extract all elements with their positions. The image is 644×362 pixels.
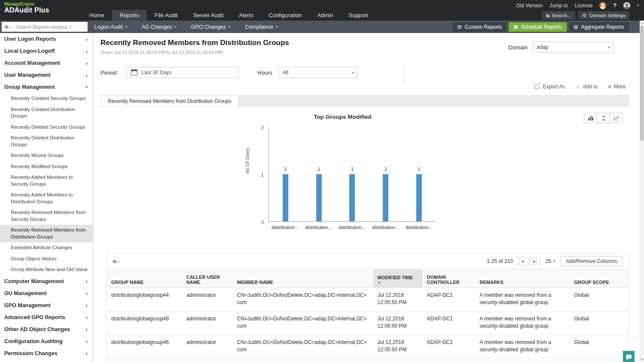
column-header-label: DOMAIN CONTROLLER bbox=[427, 275, 471, 285]
tab-recently-removed-members-from-distribution-groups[interactable]: Recently Removed Members from Distributi… bbox=[101, 96, 239, 106]
sidebar-item-user-management[interactable]: User Management› bbox=[0, 69, 93, 81]
sidebar-item-label: Advanced GPO Reports bbox=[4, 314, 65, 320]
user-avatar[interactable] bbox=[623, 2, 630, 9]
column-header-modified-time[interactable]: MODIFIED TIME▼ bbox=[373, 269, 422, 287]
menu-compliance[interactable]: Compliance▾ bbox=[245, 24, 277, 30]
utility-link-license[interactable]: License bbox=[575, 3, 592, 9]
caret-down-icon: ▾ bbox=[85, 85, 88, 89]
table-header-row: GROUP NAMECALLER USER NAMEMEMBER NAMEMOD… bbox=[107, 269, 629, 288]
chart-type-line-button[interactable] bbox=[610, 113, 623, 123]
sidebar-item-recently-deleted-security-groups[interactable]: Recently Deleted Security Groups bbox=[0, 122, 93, 133]
table-row: distributionglobalgroup44administratorCN… bbox=[107, 288, 629, 311]
column-header-caller-user-name[interactable]: CALLER USER NAME bbox=[182, 269, 233, 287]
sidebar-item-advanced-gpo-reports[interactable]: Advanced GPO Reports› bbox=[0, 311, 93, 323]
column-header-label: GROUP SCOPE bbox=[574, 280, 625, 285]
nav-item-server-audit[interactable]: Server Audit bbox=[185, 10, 231, 21]
sidebar-item-recently-created-distribution-groups[interactable]: Recently Created Distribution Groups bbox=[0, 104, 93, 122]
sidebar-item-other-ad-object-changes[interactable]: Other AD Object Changes› bbox=[0, 323, 93, 335]
report-table-panel: ▾ 1-25 of 210 ▶ ▶| 25 ▾ Add/Remove Colum… bbox=[106, 253, 629, 362]
report-search-input[interactable] bbox=[14, 24, 88, 30]
column-header-domain-controller[interactable]: DOMAIN CONTROLLER bbox=[422, 269, 475, 287]
cell-remarks: A member was removed from a security-dis… bbox=[475, 311, 570, 335]
page-size-select[interactable]: 25 ▾ bbox=[546, 258, 555, 264]
chart-y-ticks: 012 bbox=[252, 127, 265, 222]
domain-settings-button[interactable]: ⚙ Domain Settings bbox=[578, 11, 629, 20]
hours-select[interactable]: All ▾ bbox=[278, 67, 358, 78]
sidebar-item-computer-management[interactable]: Computer Management› bbox=[0, 275, 93, 287]
utility-link-old-version[interactable]: Old Version bbox=[516, 3, 543, 9]
column-header-label: GROUP NAME bbox=[111, 280, 178, 285]
sidebar-item-label: Configuration Auditing bbox=[4, 338, 63, 344]
chat-button[interactable] bbox=[623, 351, 635, 362]
domain-select-value: adap bbox=[537, 44, 548, 50]
community-icon[interactable] bbox=[599, 2, 606, 9]
filter-row: Period Last 30 Days Hours All ▾ bbox=[100, 67, 358, 78]
table-search-icon[interactable]: ▾ bbox=[113, 260, 119, 263]
caret-down-icon: ▾ bbox=[117, 260, 119, 263]
sidebar-item-permission-changes[interactable]: Permission Changes› bbox=[0, 347, 93, 359]
scroll-down-arrow[interactable]: ▼ bbox=[640, 357, 644, 362]
sidebar-item-gpo-management[interactable]: GPO Management› bbox=[0, 299, 93, 311]
nav-item-alerts[interactable]: Alerts bbox=[231, 10, 261, 21]
report-search-box: ▾ bbox=[2, 22, 88, 32]
export-as-button[interactable]: Export As bbox=[535, 84, 565, 90]
sidebar-item-user-logon-reports[interactable]: User Logon Reports› bbox=[0, 33, 93, 45]
chart-type-bar-button[interactable] bbox=[584, 113, 597, 123]
column-header-group-scope[interactable]: GROUP SCOPE bbox=[570, 269, 629, 287]
sidebar-item-group-object-history[interactable]: Group Object History bbox=[0, 253, 93, 265]
schedule-reports-button[interactable]: ▦Schedule Reports bbox=[509, 22, 567, 32]
sidebar-item-recently-modified-groups[interactable]: Recently Modified Groups bbox=[0, 161, 93, 172]
column-header-remarks[interactable]: REMARKS bbox=[475, 269, 570, 287]
domain-select[interactable]: adap ▾ bbox=[532, 42, 614, 53]
sidebar-item-recently-added-members-to-distribution-groups[interactable]: Recently Added Members to Distribution G… bbox=[0, 190, 93, 207]
sort-desc-icon: ▼ bbox=[377, 281, 418, 285]
menu-logon-audit[interactable]: Logon Audit▾ bbox=[94, 24, 127, 30]
more-button[interactable]: ≡ More bbox=[608, 84, 626, 90]
sidebar-item-recently-deleted-distribution-groups[interactable]: Recently Deleted Distribution Groups bbox=[0, 133, 93, 150]
user-menu-caret-icon[interactable]: ▾ bbox=[637, 4, 639, 7]
sidebar-item-local-logon-logoff[interactable]: Local Logon-Logoff› bbox=[0, 45, 93, 57]
column-header-group-name[interactable]: GROUP NAME bbox=[107, 269, 182, 287]
menu-ad-changes[interactable]: AD Changes▾ bbox=[142, 24, 176, 30]
sidebar-item-group-management[interactable]: Group Management▾ bbox=[0, 81, 93, 93]
nav-item-admin[interactable]: Admin bbox=[310, 10, 341, 21]
chart-user-view-button[interactable] bbox=[597, 113, 610, 123]
sidebar-item-dns-changes[interactable]: DNS Changes› bbox=[0, 359, 93, 362]
nav-item-home[interactable]: Home bbox=[82, 10, 112, 21]
custom-reports-button[interactable]: ▤Custom Reports bbox=[453, 22, 507, 32]
sidebar-item-group-attribute-new-and-old-value[interactable]: Group Attribute New and Old Value bbox=[0, 264, 93, 275]
sidebar-item-extended-attribute-changes[interactable]: Extended Attribute Changes bbox=[0, 242, 93, 253]
aggregate-reports-button[interactable]: ▧Aggregate Reports bbox=[569, 22, 629, 32]
sidebar-item-recently-moved-groups[interactable]: Recently Moved Groups bbox=[0, 150, 93, 161]
menu-gpo-changes[interactable]: GPO Changes▾ bbox=[191, 24, 230, 30]
next-page-button[interactable]: ▶ bbox=[519, 257, 529, 265]
chart-title: Top Groups Modified bbox=[250, 114, 435, 120]
chart-toggles bbox=[584, 113, 623, 123]
nav-item-configuration[interactable]: Configuration bbox=[261, 10, 310, 21]
add-to-button[interactable]: ☆ Add to bbox=[575, 84, 598, 90]
report-search-icon[interactable]: ▾ bbox=[2, 22, 14, 32]
nav-item-support[interactable]: Support bbox=[341, 10, 376, 21]
chart-bar-group: 1 bbox=[302, 127, 336, 221]
help-icon[interactable]: ? bbox=[613, 2, 617, 9]
sidebar-item-recently-removed-members-from-security-groups[interactable]: Recently Removed Members from Security G… bbox=[0, 207, 93, 225]
add-remove-columns-button[interactable]: Add/Remove Columns bbox=[561, 256, 623, 266]
nav-item-file-audit[interactable]: File Audit bbox=[147, 10, 185, 21]
utility-link-jump-to[interactable]: Jump to bbox=[550, 3, 568, 9]
column-header-label: REMARKS bbox=[480, 280, 565, 285]
sidebar-item-configuration-auditing[interactable]: Configuration Auditing› bbox=[0, 335, 93, 347]
last-page-button[interactable]: ▶| bbox=[530, 257, 540, 265]
scroll-up-arrow[interactable]: ▲ bbox=[640, 21, 644, 26]
sidebar-item-recently-created-security-groups[interactable]: Recently Created Security Groups bbox=[0, 93, 93, 104]
column-header-member-name[interactable]: MEMBER NAME bbox=[233, 269, 373, 287]
sidebar-item-ou-management[interactable]: OU Management› bbox=[0, 287, 93, 299]
scrollbar-thumb[interactable] bbox=[640, 26, 644, 141]
star-icon: ☆ bbox=[575, 84, 580, 90]
sidebar-item-account-management[interactable]: Account Management› bbox=[0, 57, 93, 69]
period-input[interactable]: Last 30 Days bbox=[126, 67, 239, 78]
scrollbar[interactable]: ▲ ▼ bbox=[640, 21, 644, 362]
nav-item-reports[interactable]: Reports bbox=[112, 10, 147, 21]
sidebar-item-recently-removed-members-from-distribution-groups[interactable]: Recently Removed Members from Distributi… bbox=[0, 225, 93, 242]
sidebar-item-recently-added-members-to-security-groups[interactable]: Recently Added Members to Security Group… bbox=[0, 172, 93, 190]
header-search-button[interactable]: Search... bbox=[542, 11, 575, 20]
